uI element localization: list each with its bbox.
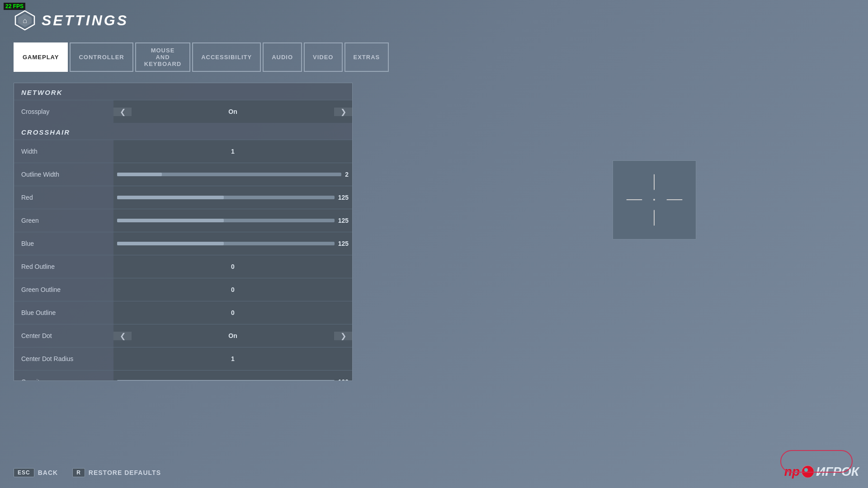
slider-fill-blue — [117, 242, 224, 245]
value-green: 125 — [338, 217, 349, 224]
row-crossplay: Crossplay ❮ On ❯ — [14, 100, 352, 123]
control-outline-width: 2 — [113, 163, 352, 186]
back-label: BACK — [38, 469, 58, 476]
settings-panel[interactable]: NETWORK Crossplay ❮ On ❯ CROSSHAIR Width… — [14, 83, 353, 381]
control-width: 1 — [113, 140, 352, 163]
header: ⌂ SETTINGS — [14, 9, 344, 32]
control-green-outline: 0 — [113, 278, 352, 301]
slider-bar-blue — [117, 242, 335, 245]
row-center-dot-radius: Center Dot Radius 1 — [14, 347, 352, 370]
label-green: Green — [14, 217, 113, 224]
svg-point-10 — [804, 468, 808, 472]
label-red-outline: Red Outline — [14, 263, 113, 270]
slider-bar-opacity — [117, 380, 335, 381]
slider-fill-red — [117, 196, 224, 199]
control-blue-outline: 0 — [113, 301, 352, 324]
row-green-outline: Green Outline 0 — [14, 278, 352, 301]
label-blue-outline: Blue Outline — [14, 309, 113, 316]
svg-text:⌂: ⌂ — [23, 17, 27, 24]
number-center-dot-radius: 1 — [113, 355, 352, 362]
restore-label: RESTORE DEFAULTS — [89, 469, 161, 476]
number-green-outline: 0 — [113, 286, 352, 293]
logo-icon: ⌂ — [14, 9, 36, 32]
crossplay-prev-btn[interactable]: ❮ — [113, 108, 132, 116]
label-center-dot: Center Dot — [14, 332, 113, 339]
control-blue: 125 — [113, 232, 352, 255]
number-red-outline: 0 — [113, 263, 352, 270]
section-header-network: NETWORK — [14, 83, 352, 100]
section-header-crosshair: CROSSHAIR — [14, 123, 352, 140]
center-dot-next-btn[interactable]: ❯ — [334, 332, 352, 340]
slider-blue[interactable]: 125 — [113, 240, 352, 247]
label-red: Red — [14, 194, 113, 201]
label-crossplay: Crossplay — [14, 108, 113, 115]
row-center-dot: Center Dot ❮ On ❯ — [14, 324, 352, 347]
number-width: 1 — [113, 148, 352, 155]
center-dot-prev-btn[interactable]: ❮ — [113, 332, 132, 340]
slider-opacity[interactable]: 100 — [113, 378, 352, 381]
control-red: 125 — [113, 186, 352, 209]
value-red-outline: 0 — [231, 263, 235, 270]
slider-fill-opacity — [117, 380, 335, 381]
bottom-bar: ESC BACK R RESTORE DEFAULTS — [14, 468, 161, 477]
tab-extras[interactable]: EXTRAS — [344, 42, 389, 72]
row-opacity: Opacity 100 — [14, 370, 352, 381]
crossplay-next-btn[interactable]: ❯ — [334, 108, 352, 116]
row-red-outline: Red Outline 0 — [14, 255, 352, 278]
value-outline-width: 2 — [345, 171, 349, 178]
crosshair-svg — [613, 161, 696, 239]
row-width: Width 1 — [14, 140, 352, 163]
toggle-crossplay: ❮ On ❯ — [113, 108, 352, 116]
ball-icon — [802, 465, 814, 478]
tab-audio[interactable]: AUDIO — [263, 42, 302, 72]
crossplay-value: On — [132, 108, 334, 115]
row-red: Red 125 — [14, 186, 352, 209]
label-opacity: Opacity — [14, 378, 113, 381]
value-center-dot-radius: 1 — [231, 355, 235, 362]
slider-red[interactable]: 125 — [113, 194, 352, 201]
value-blue: 125 — [338, 240, 349, 247]
crosshair-preview — [613, 160, 696, 239]
value-green-outline: 0 — [231, 286, 235, 293]
value-red: 125 — [338, 194, 349, 201]
slider-fill-outline — [117, 173, 162, 176]
fps-counter: 22 FPS — [4, 3, 25, 10]
esc-key: ESC — [14, 468, 34, 477]
restore-defaults-button[interactable]: R RESTORE DEFAULTS — [72, 468, 161, 477]
tab-accessibility[interactable]: ACCESSIBILITY — [192, 42, 261, 72]
number-blue-outline: 0 — [113, 309, 352, 316]
slider-bar-outline — [117, 173, 341, 176]
center-dot-value: On — [132, 332, 334, 339]
label-outline-width: Outline Width — [14, 171, 113, 178]
tab-bar: GAMEPLAY CONTROLLER MOUSE AND KEYBOARD A… — [14, 42, 344, 72]
slider-fill-green — [117, 219, 224, 222]
tab-gameplay[interactable]: GAMEPLAY — [14, 42, 68, 72]
row-blue: Blue 125 — [14, 232, 352, 255]
label-green-outline: Green Outline — [14, 286, 113, 293]
label-width: Width — [14, 148, 113, 155]
toggle-center-dot: ❮ On ❯ — [113, 332, 352, 340]
control-green: 125 — [113, 209, 352, 232]
slider-bar-green — [117, 219, 335, 222]
control-red-outline: 0 — [113, 255, 352, 278]
watermark: пр ИГРОК — [784, 465, 859, 479]
svg-point-7 — [653, 199, 655, 201]
control-opacity: 100 — [113, 371, 352, 381]
label-blue: Blue — [14, 240, 113, 247]
slider-outline-width[interactable]: 2 — [113, 171, 352, 178]
row-outline-width: Outline Width 2 — [14, 163, 352, 186]
row-green: Green 125 — [14, 209, 352, 232]
value-opacity: 100 — [338, 378, 349, 381]
control-crossplay: ❮ On ❯ — [113, 100, 352, 123]
slider-green[interactable]: 125 — [113, 217, 352, 224]
main-container: ⌂ SETTINGS GAMEPLAY CONTROLLER MOUSE AND… — [0, 0, 357, 488]
watermark-pro: пр — [784, 465, 800, 479]
row-blue-outline: Blue Outline 0 — [14, 301, 352, 324]
back-button[interactable]: ESC BACK — [14, 468, 58, 477]
tab-controller[interactable]: CONTROLLER — [70, 42, 133, 72]
value-blue-outline: 0 — [231, 309, 235, 316]
value-width: 1 — [231, 148, 235, 155]
tab-video[interactable]: VIDEO — [304, 42, 342, 72]
tab-mouse-keyboard[interactable]: MOUSE AND KEYBOARD — [135, 42, 190, 72]
label-center-dot-radius: Center Dot Radius — [14, 355, 113, 362]
